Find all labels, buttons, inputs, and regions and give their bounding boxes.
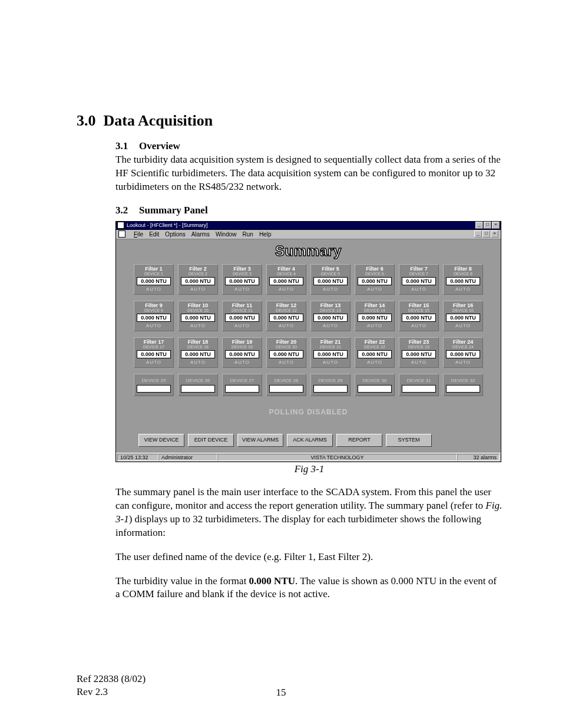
device-tile-inactive[interactable]: DEVICE 31	[399, 374, 439, 396]
system-button[interactable]: SYSTEM	[386, 434, 432, 447]
device-id: DEVICE 5	[313, 272, 348, 276]
device-value: 0.000 NTU	[269, 314, 303, 322]
device-tile[interactable]: Filter 21DEVICE 210.000 NTUAUTO	[310, 337, 351, 368]
device-tile-inactive[interactable]: DEVICE 30	[355, 374, 395, 396]
device-name: Filter 18	[180, 340, 216, 345]
menu-run[interactable]: Run	[243, 231, 253, 238]
device-value: 0.000 NTU	[181, 314, 215, 322]
device-tile[interactable]: Filter 14DEVICE 140.000 NTUAUTO	[355, 301, 395, 331]
window-title: Lookout - [HFClient *] - [Summary]	[127, 222, 475, 228]
edit-device-button[interactable]: EDIT DEVICE	[188, 434, 234, 447]
para-device-name: The user defined name of the device (e.g…	[115, 551, 503, 564]
device-value: 0.000 NTU	[446, 314, 480, 322]
section-heading: 3.0 Data Acquisition	[77, 112, 503, 130]
device-tile[interactable]: Filter 11DEVICE 110.000 NTUAUTO	[222, 301, 262, 331]
device-tile-inactive[interactable]: DEVICE 25	[134, 374, 174, 396]
device-name: Filter 22	[357, 340, 392, 345]
device-id: DEVICE 23	[401, 345, 437, 349]
sub-number: 3.2	[115, 205, 139, 216]
close-icon[interactable]: ×	[492, 222, 500, 229]
titlebar-outer[interactable]: Lookout - [HFClient *] - [Summary] _ □ ×	[116, 222, 501, 230]
device-tile[interactable]: Filter 16DEVICE 160.000 NTUAUTO	[443, 301, 483, 331]
view-device-button[interactable]: VIEW DEVICE	[138, 434, 184, 447]
device-value: 0.000 NTU	[137, 277, 171, 285]
device-tile[interactable]: Filter 19DEVICE 190.000 NTUAUTO	[222, 337, 262, 368]
device-id: DEVICE 27	[224, 378, 260, 383]
device-mode: AUTO	[224, 287, 260, 292]
device-mode: AUTO	[269, 360, 304, 365]
device-value-blank	[402, 385, 436, 393]
device-value: 0.000 NTU	[313, 350, 348, 358]
device-value: 0.000 NTU	[358, 314, 392, 322]
menu-alarms[interactable]: Alarms	[191, 231, 210, 238]
device-mode: AUTO	[357, 287, 392, 292]
device-tile[interactable]: Filter 3DEVICE 30.000 NTUAUTO	[222, 264, 262, 295]
device-value: 0.000 NTU	[225, 277, 259, 285]
status-alarms: 32 alarms	[457, 454, 500, 461]
device-tile[interactable]: Filter 6DEVICE 60.000 NTUAUTO	[355, 264, 395, 295]
menu-window[interactable]: Window	[216, 231, 237, 238]
view-alarms-button[interactable]: VIEW ALARMS	[237, 434, 283, 447]
device-id: DEVICE 19	[224, 345, 260, 349]
device-tile[interactable]: Filter 20DEVICE 200.000 NTUAUTO	[266, 337, 306, 368]
device-id: DEVICE 9	[136, 308, 171, 312]
device-tile[interactable]: Filter 10DEVICE 100.000 NTUAUTO	[178, 301, 218, 331]
device-tile[interactable]: Filter 1DEVICE 10.000 NTUAUTO	[134, 264, 174, 295]
device-tile[interactable]: Filter 23DEVICE 230.000 NTUAUTO	[399, 337, 439, 368]
menu-file[interactable]: File	[134, 231, 143, 238]
device-id: DEVICE 7	[401, 272, 437, 276]
mdi-maximize-icon[interactable]: □	[482, 230, 490, 238]
device-tile[interactable]: Filter 12DEVICE 120.000 NTUAUTO	[266, 301, 306, 331]
device-tile-inactive[interactable]: DEVICE 28	[266, 374, 306, 396]
device-id: DEVICE 16	[445, 308, 481, 312]
device-tile[interactable]: Filter 4DEVICE 40.000 NTUAUTO	[266, 264, 306, 295]
device-name: Filter 8	[445, 266, 481, 272]
device-value: 0.000 NTU	[402, 277, 436, 285]
ack-alarms-button[interactable]: ACK ALARMS	[287, 434, 333, 447]
device-tile-inactive[interactable]: DEVICE 26	[178, 374, 218, 396]
client-area: Summary Filter 1DEVICE 10.000 NTUAUTOFil…	[116, 239, 501, 453]
device-tile[interactable]: Filter 15DEVICE 150.000 NTUAUTO	[399, 301, 439, 331]
button-row: VIEW DEVICEEDIT DEVICEVIEW ALARMSACK ALA…	[116, 434, 501, 453]
device-value: 0.000 NTU	[137, 350, 171, 358]
maximize-icon[interactable]: □	[484, 222, 491, 229]
device-tile[interactable]: Filter 5DEVICE 50.000 NTUAUTO	[310, 264, 351, 295]
minimize-icon[interactable]: _	[475, 222, 483, 229]
device-tile-inactive[interactable]: DEVICE 27	[222, 374, 262, 396]
menu-options[interactable]: Options	[165, 231, 185, 238]
device-tile[interactable]: Filter 9DEVICE 90.000 NTUAUTO	[134, 301, 174, 331]
mdi-minimize-icon[interactable]: _	[474, 230, 482, 238]
device-tile[interactable]: Filter 24DEVICE 240.000 NTUAUTO	[443, 337, 483, 368]
device-id: DEVICE 22	[357, 345, 392, 349]
device-tile-inactive[interactable]: DEVICE 29	[310, 374, 351, 396]
menu-help[interactable]: Help	[259, 231, 272, 238]
report-button[interactable]: REPORT	[336, 434, 382, 447]
device-tile[interactable]: Filter 18DEVICE 180.000 NTUAUTO	[178, 337, 218, 368]
device-tile[interactable]: Filter 17DEVICE 170.000 NTUAUTO	[134, 337, 174, 368]
device-tile[interactable]: Filter 8DEVICE 80.000 NTUAUTO	[443, 264, 483, 295]
overview-text: The turbidity data acquisition system is…	[115, 153, 503, 194]
device-name: Filter 21	[313, 340, 348, 345]
device-tile[interactable]: Filter 13DEVICE 130.000 NTUAUTO	[310, 301, 351, 331]
device-tile[interactable]: Filter 22DEVICE 220.000 NTUAUTO	[355, 337, 395, 368]
device-id: DEVICE 26	[180, 378, 216, 383]
panel-title: Summary	[116, 243, 501, 259]
device-grid: Filter 1DEVICE 10.000 NTUAUTOFilter 2DEV…	[116, 264, 501, 396]
device-id: DEVICE 13	[313, 308, 348, 312]
device-value: 0.000 NTU	[269, 277, 303, 285]
device-tile[interactable]: Filter 7DEVICE 70.000 NTUAUTO	[399, 264, 439, 295]
device-id: DEVICE 18	[180, 345, 216, 349]
device-id: DEVICE 29	[313, 378, 348, 383]
device-value-blank	[181, 385, 215, 393]
device-tile-inactive[interactable]: DEVICE 32	[443, 374, 483, 396]
device-name: Filter 20	[269, 340, 304, 345]
section-title: Data Acquisition	[104, 112, 213, 129]
menu-edit[interactable]: Edit	[149, 231, 159, 238]
para-ntu-value: The turbidity value in the format 0.000 …	[115, 575, 503, 602]
mdi-close-icon[interactable]: ×	[491, 230, 498, 238]
device-id: DEVICE 28	[269, 378, 304, 383]
device-mode: AUTO	[445, 324, 481, 328]
device-id: DEVICE 15	[401, 308, 437, 312]
device-tile[interactable]: Filter 2DEVICE 20.000 NTUAUTO	[178, 264, 218, 295]
mdi-icon	[118, 230, 125, 238]
